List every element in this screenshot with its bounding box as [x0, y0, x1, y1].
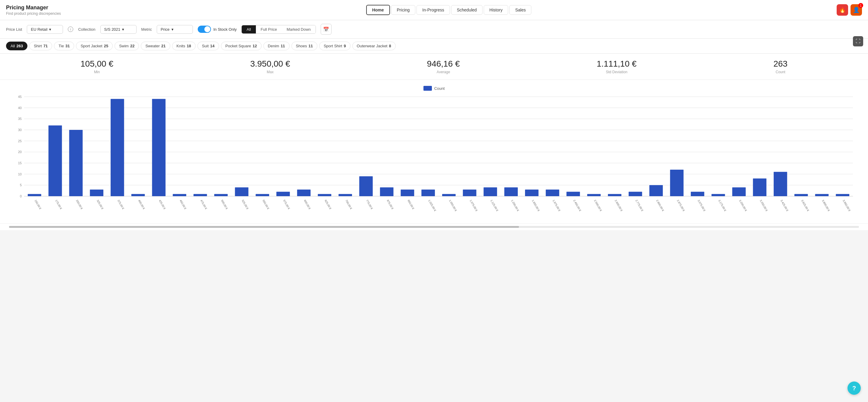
bar[interactable]	[193, 194, 207, 196]
bar[interactable]	[733, 187, 746, 196]
bar[interactable]	[753, 178, 767, 196]
bar[interactable]	[650, 185, 663, 196]
bar[interactable]	[69, 130, 83, 196]
bar[interactable]	[111, 99, 124, 196]
svg-text:775,00 €: 775,00 €	[366, 199, 373, 210]
bar[interactable]	[338, 194, 352, 196]
bar[interactable]	[28, 194, 41, 196]
expand-icon: ⛶	[856, 38, 861, 44]
svg-text:15: 15	[18, 161, 22, 165]
stat-count: 263 Count	[773, 59, 787, 74]
svg-text:3.950,00 €: 3.950,00 €	[842, 199, 851, 212]
nav-in-progress[interactable]: In-Progress	[416, 5, 450, 15]
bar[interactable]	[712, 194, 725, 196]
bar[interactable]	[131, 194, 145, 196]
cat-tab-label: Sport Jacket	[81, 44, 102, 48]
bar[interactable]	[815, 194, 829, 196]
svg-text:1.050,00 €: 1.050,00 €	[448, 199, 458, 212]
fire-icon-btn[interactable]: 🔥	[837, 4, 848, 16]
bar[interactable]	[567, 192, 580, 196]
cat-tab-outerwear-jacket[interactable]: Outerwear Jacket 8	[352, 41, 396, 50]
bar[interactable]	[504, 187, 518, 196]
bar[interactable]	[380, 187, 394, 196]
bar[interactable]	[421, 190, 435, 196]
scroll-track[interactable]	[9, 226, 859, 228]
bar[interactable]	[276, 192, 290, 196]
cat-tab-knits[interactable]: Knits 18	[172, 41, 195, 50]
svg-text:550,00 €: 550,00 €	[262, 199, 270, 210]
metric-value: Price	[161, 27, 170, 32]
bar[interactable]	[795, 194, 808, 196]
cat-tab-label: Shirt	[34, 44, 42, 48]
bar[interactable]	[90, 190, 103, 196]
nav-home[interactable]: Home	[366, 5, 390, 15]
nav-history[interactable]: History	[484, 5, 508, 15]
bar[interactable]	[670, 169, 684, 196]
price-filter-group: All Full Price Marked Down	[241, 25, 316, 34]
bar[interactable]	[608, 194, 621, 196]
cat-tab-count: 11	[281, 44, 285, 48]
svg-text:1.200,00 €: 1.200,00 €	[510, 199, 520, 212]
cat-tab-sweater[interactable]: Sweater 21	[141, 41, 170, 50]
bar[interactable]	[214, 194, 228, 196]
svg-text:450,00 €: 450,00 €	[179, 199, 187, 210]
cat-tab-all[interactable]: All 263	[6, 41, 27, 50]
cat-tab-tie[interactable]: Tie 31	[54, 41, 74, 50]
collection-select[interactable]: S/S 2021 ▾	[100, 25, 136, 34]
svg-text:500,00 €: 500,00 €	[220, 199, 228, 210]
cat-tab-shoes[interactable]: Shoes 11	[291, 41, 317, 50]
svg-text:175,00 €: 175,00 €	[55, 199, 62, 210]
fire-icon: 🔥	[839, 7, 846, 13]
nav-pricing[interactable]: Pricing	[391, 5, 415, 15]
cat-tab-sport-shirt[interactable]: Sport Shirt 9	[319, 41, 350, 50]
bar[interactable]	[235, 187, 249, 196]
metric-select[interactable]: Price ▾	[157, 25, 193, 34]
bar[interactable]	[525, 190, 538, 196]
cat-tab-swim[interactable]: Swim 22	[115, 41, 139, 50]
bar[interactable]	[401, 190, 414, 196]
bar[interactable]	[484, 187, 497, 196]
price-list-select[interactable]: EU Retail ▾	[27, 25, 63, 34]
bar[interactable]	[49, 125, 62, 196]
svg-text:3.425,00 €: 3.425,00 €	[780, 199, 789, 212]
cat-tab-shirt[interactable]: Shirt 71	[29, 41, 52, 50]
bar[interactable]	[255, 194, 269, 196]
svg-text:3.200,00 €: 3.200,00 €	[738, 199, 747, 212]
svg-text:2.600,00 €: 2.600,00 €	[614, 199, 623, 212]
filter-full-price-btn[interactable]: Full Price	[256, 25, 282, 33]
bar[interactable]	[691, 192, 704, 196]
bar[interactable]	[463, 190, 476, 196]
cat-tab-denim[interactable]: Denim 11	[264, 41, 290, 50]
filter-marked-down-btn[interactable]: Marked Down	[282, 25, 315, 33]
stat-std-dev: 1.111,10 € Std Deviation	[597, 59, 637, 74]
svg-text:475,00 €: 475,00 €	[200, 199, 208, 210]
nav-scheduled[interactable]: Scheduled	[451, 5, 483, 15]
bar[interactable]	[587, 194, 601, 196]
stat-average-value: 946,16 €	[427, 59, 460, 69]
filter-all-btn[interactable]: All	[242, 25, 255, 33]
cat-tab-pocket-square[interactable]: Pocket Square 12	[221, 41, 261, 50]
svg-text:2.500,00 €: 2.500,00 €	[593, 199, 602, 212]
calendar-button[interactable]: 📅	[321, 24, 332, 35]
stat-count-label: Count	[773, 70, 787, 74]
cat-tab-suit[interactable]: Suit 14	[197, 41, 219, 50]
price-list-arrow: ▾	[49, 27, 51, 32]
expand-button[interactable]: ⛶	[853, 36, 863, 47]
bar[interactable]	[173, 194, 186, 196]
bar[interactable]	[629, 192, 642, 196]
bar[interactable]	[152, 99, 166, 196]
price-list-info-icon[interactable]: i	[68, 27, 73, 32]
nav-sales[interactable]: Sales	[509, 5, 531, 15]
svg-text:3.250,00 €: 3.250,00 €	[759, 199, 768, 212]
bar[interactable]	[774, 172, 787, 196]
bar[interactable]	[318, 194, 332, 196]
in-stock-toggle[interactable]	[198, 26, 211, 33]
bar[interactable]	[546, 190, 559, 196]
scroll-thumb[interactable]	[9, 226, 519, 228]
svg-text:525,00 €: 525,00 €	[241, 199, 249, 210]
bar[interactable]	[359, 176, 373, 196]
bar[interactable]	[297, 190, 311, 196]
bar[interactable]	[442, 194, 456, 196]
cat-tab-sport-jacket[interactable]: Sport Jacket 25	[76, 41, 113, 50]
bar[interactable]	[836, 194, 849, 196]
